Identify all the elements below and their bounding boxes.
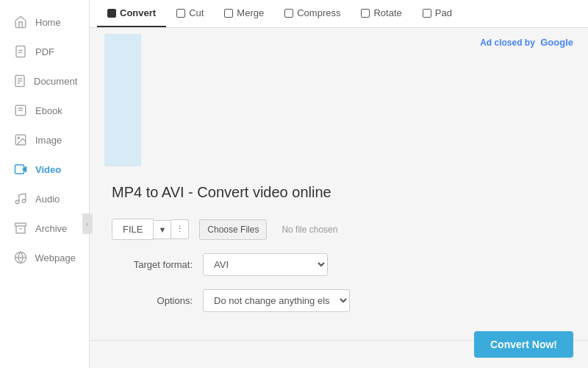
svg-point-11 <box>18 137 19 138</box>
sidebar-item-audio[interactable]: Audio <box>0 184 89 213</box>
svg-rect-16 <box>15 223 26 226</box>
sidebar-item-home[interactable]: Home <box>0 7 89 37</box>
sidebar-item-video[interactable]: Video <box>0 155 89 184</box>
tab-compress-label: Compress <box>297 7 340 18</box>
tab-convert[interactable]: Convert <box>97 0 166 27</box>
sidebar-item-image-label: Image <box>35 135 62 146</box>
options-label: Options: <box>112 295 193 306</box>
merge-tab-icon <box>224 9 233 18</box>
tab-compress[interactable]: Compress <box>274 0 351 27</box>
target-format-label: Target format: <box>112 259 193 270</box>
content-area: Ad closed by Google MP4 to AVI - Convert… <box>90 28 588 368</box>
target-format-select[interactable]: AVI MP4 MOV MKV WMV <box>203 253 328 276</box>
sidebar-item-document-label: Document <box>34 76 77 87</box>
document-icon <box>13 74 26 88</box>
tab-merge-label: Merge <box>237 7 264 18</box>
ad-closed-label: Ad closed by <box>480 38 535 48</box>
file-controls: FILE ▼ ⋮ <box>112 219 189 240</box>
tab-cut-label: Cut <box>189 7 204 18</box>
form-section: MP4 to AVI - Convert video online FILE ▼… <box>90 169 588 340</box>
tab-pad-label: Pad <box>435 7 452 18</box>
options-select[interactable]: Do not change anything else <box>203 289 350 312</box>
options-row: Options: Do not change anything else <box>112 289 566 312</box>
svg-point-15 <box>22 199 26 203</box>
sidebar-item-image[interactable]: Image <box>0 125 89 155</box>
sidebar-item-archive-label: Archive <box>35 223 67 234</box>
sidebar-item-audio-label: Audio <box>35 194 60 205</box>
file-row: FILE ▼ ⋮ Choose Files No file chosen <box>112 219 566 240</box>
webpage-icon <box>13 250 28 265</box>
choose-files-button[interactable]: Choose Files <box>199 219 267 240</box>
sidebar-collapse-arrow[interactable]: ‹ <box>82 213 93 234</box>
sidebar-item-archive[interactable]: Archive <box>0 213 89 243</box>
tab-rotate[interactable]: Rotate <box>351 0 412 27</box>
sidebar-item-video-label: Video <box>35 164 61 175</box>
svg-point-14 <box>15 200 19 204</box>
file-more-options[interactable]: ⋮ <box>171 219 189 239</box>
ad-area: Ad closed by Google <box>90 28 588 169</box>
sidebar-item-ebook-label: Ebook <box>35 105 62 116</box>
pad-tab-icon <box>423 9 431 18</box>
sidebar-item-pdf[interactable]: PDF <box>0 37 89 66</box>
tab-rotate-label: Rotate <box>373 7 401 18</box>
file-button[interactable]: FILE <box>112 219 154 240</box>
tab-convert-label: Convert <box>120 7 156 18</box>
svg-rect-0 <box>16 46 25 57</box>
convert-now-button[interactable]: Convert Now! <box>474 331 573 358</box>
tab-bar: Convert Cut Merge Compress Rotate Pad <box>90 0 588 28</box>
audio-icon <box>13 191 28 206</box>
sidebar-item-webpage[interactable]: Webpage <box>0 243 89 272</box>
svg-marker-13 <box>23 167 26 171</box>
sidebar: Home PDF Document Ebook Image Video Au <box>0 0 90 368</box>
convert-tab-icon <box>107 9 116 18</box>
tab-merge[interactable]: Merge <box>214 0 274 27</box>
home-icon <box>13 15 28 29</box>
page-title: MP4 to AVI - Convert video online <box>112 184 566 201</box>
google-label: Google <box>540 37 573 48</box>
rotate-tab-icon <box>361 9 370 18</box>
ad-closed-text: Ad closed by Google <box>141 34 573 48</box>
sidebar-item-webpage-label: Webpage <box>35 252 76 263</box>
video-icon <box>13 162 28 177</box>
sidebar-item-home-label: Home <box>35 17 61 28</box>
tab-pad[interactable]: Pad <box>412 0 462 27</box>
sidebar-item-document[interactable]: Document <box>0 66 89 96</box>
compress-tab-icon <box>284 9 293 18</box>
no-file-text: No file chosen <box>282 224 337 235</box>
target-format-row: Target format: AVI MP4 MOV MKV WMV <box>112 253 566 276</box>
archive-icon <box>13 221 28 236</box>
pdf-icon <box>13 44 28 59</box>
bottom-bar: Convert Now! <box>90 340 588 368</box>
main-content: Convert Cut Merge Compress Rotate Pad <box>90 0 588 368</box>
tab-cut[interactable]: Cut <box>166 0 214 27</box>
sidebar-item-pdf-label: PDF <box>35 46 54 57</box>
ebook-icon <box>13 103 28 118</box>
cut-tab-icon <box>176 9 185 18</box>
file-dropdown-arrow[interactable]: ▼ <box>154 220 171 239</box>
sidebar-item-ebook[interactable]: Ebook <box>0 96 89 125</box>
ad-banner <box>104 34 141 166</box>
image-icon <box>13 132 28 147</box>
